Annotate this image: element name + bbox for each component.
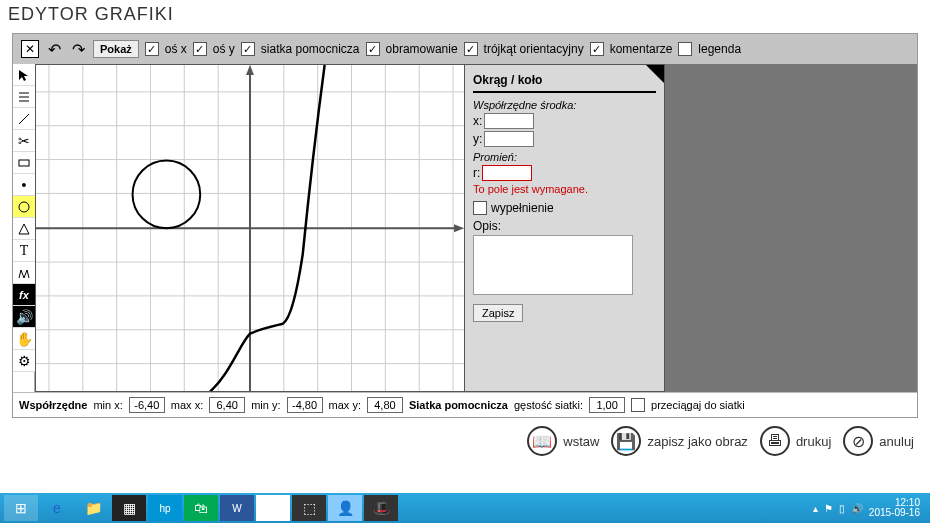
empty-area [665, 64, 917, 392]
tray-up-icon[interactable]: ▴ [813, 503, 818, 514]
label-legend: legenda [698, 42, 741, 56]
checkbox-grid[interactable] [241, 42, 255, 56]
miny-input[interactable] [287, 397, 323, 413]
close-icon[interactable]: ✕ [21, 40, 39, 58]
save-image-label: zapisz jako obraz [647, 434, 747, 449]
save-button[interactable]: Zapisz [473, 304, 523, 322]
properties-panel: Okrąg / koło Współrzędne środka: x: y: P… [465, 64, 665, 392]
tool-triangle[interactable] [13, 218, 35, 240]
label-grid: siatka pomocnicza [261, 42, 360, 56]
required-msg: To pole jest wymagane. [473, 183, 656, 195]
panel-close-icon[interactable] [646, 65, 664, 83]
coords-label: Współrzędne [19, 399, 87, 411]
checkbox-y-axis[interactable] [193, 42, 207, 56]
workspace: ✂ • T fx 🔊 ✋ ⚙ [13, 64, 917, 392]
cancel-icon: ⊘ [843, 426, 873, 456]
editor-frame: ✕ ↶ ↷ Pokaż oś x oś y siatka pomocnicza … [12, 33, 918, 418]
tool-circle[interactable] [13, 196, 35, 218]
tray-net-icon[interactable]: ▯ [839, 503, 845, 514]
tool-segment[interactable] [13, 108, 35, 130]
checkbox-triangle[interactable] [464, 42, 478, 56]
density-input[interactable] [589, 397, 625, 413]
checkbox-legend[interactable] [678, 42, 692, 56]
x-label: x: [473, 114, 482, 128]
tray-date: 2015-09-16 [869, 508, 920, 518]
checkbox-fill[interactable] [473, 201, 487, 215]
show-button[interactable]: Pokaż [93, 40, 139, 58]
checkbox-border[interactable] [366, 42, 380, 56]
taskbar-hp-icon[interactable]: hp [148, 495, 182, 521]
undo-icon[interactable]: ↶ [45, 40, 63, 58]
taskbar-app3-icon[interactable]: ⬚ [292, 495, 326, 521]
label-border: obramowanie [386, 42, 458, 56]
checkbox-x-axis[interactable] [145, 42, 159, 56]
checkbox-snap[interactable] [631, 398, 645, 412]
r-label: r: [473, 166, 480, 180]
insert-button[interactable]: 📖 wstaw [527, 426, 599, 456]
checkbox-comments[interactable] [590, 42, 604, 56]
svg-point-5 [19, 202, 29, 212]
density-label: gęstość siatki: [514, 399, 583, 411]
left-toolbar: ✂ • T fx 🔊 ✋ ⚙ [13, 64, 35, 392]
tool-sound[interactable]: 🔊 [13, 306, 35, 328]
print-button[interactable]: 🖶 drukuj [760, 426, 831, 456]
label-y-axis: oś y [213, 42, 235, 56]
plot-svg [36, 65, 464, 391]
cancel-button[interactable]: ⊘ anuluj [843, 426, 914, 456]
taskbar-app2-icon[interactable]: 🖌 [256, 495, 290, 521]
tray-vol-icon[interactable]: 🔊 [851, 503, 863, 514]
r-input[interactable] [482, 165, 532, 181]
label-x-axis: oś x [165, 42, 187, 56]
svg-line-3 [19, 114, 29, 124]
desc-label: Opis: [473, 219, 656, 233]
canvas[interactable] [35, 64, 465, 392]
label-triangle: trójkąt orientacyjny [484, 42, 584, 56]
tool-scissors[interactable]: ✂ [13, 130, 35, 152]
y-input[interactable] [484, 131, 534, 147]
taskbar-app1-icon[interactable]: ▦ [112, 495, 146, 521]
label-comments: komentarze [610, 42, 673, 56]
taskbar-app5-icon[interactable]: 🎩 [364, 495, 398, 521]
tool-lines[interactable] [13, 86, 35, 108]
app-title: EDYTOR GRAFIKI [0, 0, 930, 29]
snap-label: przeciągaj do siatki [651, 399, 745, 411]
x-input[interactable] [484, 113, 534, 129]
top-toolbar: ✕ ↶ ↷ Pokaż oś x oś y siatka pomocnicza … [13, 34, 917, 64]
taskbar-app4-icon[interactable]: 👤 [328, 495, 362, 521]
start-button[interactable]: ⊞ [4, 495, 38, 521]
y-label: y: [473, 132, 482, 146]
panel-title: Okrąg / koło [473, 71, 656, 93]
insert-label: wstaw [563, 434, 599, 449]
desc-textarea[interactable] [473, 235, 633, 295]
redo-icon[interactable]: ↷ [69, 40, 87, 58]
print-label: drukuj [796, 434, 831, 449]
maxx-label: max x: [171, 399, 203, 411]
tool-fx[interactable]: fx [13, 284, 35, 306]
tool-hand[interactable]: ✋ [13, 328, 35, 350]
center-label: Współrzędne środka: [473, 99, 656, 111]
maxy-label: max y: [329, 399, 361, 411]
tool-arc[interactable] [13, 262, 35, 284]
tool-point[interactable]: • [13, 174, 35, 196]
tool-rect[interactable] [13, 152, 35, 174]
maxy-input[interactable] [367, 397, 403, 413]
tool-pointer[interactable] [13, 64, 35, 86]
tool-text[interactable]: T [13, 240, 35, 262]
tray-flag-icon[interactable]: ⚑ [824, 503, 833, 514]
taskbar-ie-icon[interactable]: e [40, 495, 74, 521]
maxx-input[interactable] [209, 397, 245, 413]
taskbar-store-icon[interactable]: 🛍 [184, 495, 218, 521]
action-row: 📖 wstaw 💾 zapisz jako obraz 🖶 drukuj ⊘ a… [0, 418, 930, 460]
taskbar-tray[interactable]: ▴ ⚑ ▯ 🔊 12:10 2015-09-16 [813, 498, 926, 518]
save-icon: 💾 [611, 426, 641, 456]
save-image-button[interactable]: 💾 zapisz jako obraz [611, 426, 747, 456]
tool-gear[interactable]: ⚙ [13, 350, 35, 372]
print-icon: 🖶 [760, 426, 790, 456]
bottom-bar: Współrzędne min x: max x: min y: max y: … [13, 392, 917, 417]
taskbar-explorer-icon[interactable]: 📁 [76, 495, 110, 521]
miny-label: min y: [251, 399, 280, 411]
cancel-label: anuluj [879, 434, 914, 449]
minx-input[interactable] [129, 397, 165, 413]
taskbar-word-icon[interactable]: W [220, 495, 254, 521]
fill-label: wypełnienie [491, 201, 554, 215]
